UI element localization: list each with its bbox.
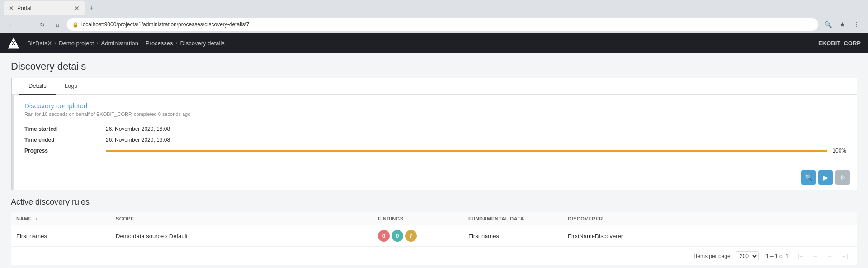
rules-table-container: NAME ↑ SCOPE FINDINGS FUNDAMENTAL DATA D… — [11, 212, 857, 265]
time-started-label: Time started — [24, 126, 106, 132]
table-row: First names Demo data source › Default 0… — [11, 225, 857, 247]
time-ended-value: 26. November 2020, 16:08 — [106, 137, 170, 143]
tabs-header: Details Logs — [12, 78, 857, 95]
tab-close-button[interactable]: ✕ — [74, 5, 80, 12]
tab-details[interactable]: Details — [19, 78, 56, 95]
search-page-button[interactable]: 🔍 — [822, 19, 834, 30]
breadcrumb-sep-4: › — [176, 40, 178, 46]
details-card: Details Logs Discovery completed Ran for… — [11, 78, 857, 190]
page-content: Discovery details Details Logs Discovery… — [0, 53, 868, 268]
pagination-first-button[interactable]: |← — [796, 251, 807, 262]
cell-discoverer: FirstNameDiscoverer — [562, 225, 857, 247]
pagination-prev-button[interactable]: ← — [810, 251, 821, 262]
breadcrumb-discovery-details: Discovery details — [180, 40, 225, 47]
cell-fundamental: First names — [463, 225, 562, 247]
rules-section-title: Active discovery rules — [11, 197, 90, 206]
browser-chrome: ✕ Portal ✕ + ← → ↻ ⌂ 🔒 localhost:9000/pr… — [0, 0, 868, 33]
col-header-findings[interactable]: FINDINGS — [373, 212, 463, 225]
reload-button[interactable]: ↻ — [36, 19, 48, 30]
badge-yellow: 7 — [405, 230, 417, 242]
discovery-status-sub: Ran for 10 seconds on behalf of EKOBIT_C… — [24, 111, 846, 117]
breadcrumb-sep-1: › — [54, 40, 56, 46]
rules-section-header: Active discovery rules — [11, 190, 857, 212]
badge-red: 0 — [378, 230, 390, 242]
col-header-discoverer[interactable]: DISCOVERER — [562, 212, 857, 225]
forward-button[interactable]: → — [21, 19, 33, 30]
breadcrumb-processes[interactable]: Processes — [146, 40, 173, 47]
time-ended-label: Time ended — [24, 137, 106, 143]
new-tab-button[interactable]: + — [85, 2, 98, 14]
browser-menu-button[interactable]: ⋮ — [851, 19, 863, 30]
play-button[interactable]: ▶ — [818, 170, 833, 185]
table-header: NAME ↑ SCOPE FINDINGS FUNDAMENTAL DATA D… — [11, 212, 857, 225]
col-header-fundamental[interactable]: FUNDAMENTAL DATA — [463, 212, 562, 225]
cell-findings: 0 0 7 — [373, 225, 463, 247]
tab-logs[interactable]: Logs — [56, 78, 86, 95]
breadcrumb-sep-2: › — [97, 40, 99, 46]
app-logo: X — [7, 37, 20, 49]
badge-teal: 0 — [392, 230, 403, 242]
pagination-bar: Items per page: 200 50 100 1 – 1 of 1 |←… — [11, 247, 857, 265]
discovery-status-title: Discovery completed — [24, 102, 846, 110]
bookmark-button[interactable]: ★ — [836, 19, 848, 30]
progress-bar-container — [106, 150, 827, 152]
address-bar-row: ← → ↻ ⌂ 🔒 localhost:9000/projects/1/admi… — [0, 16, 868, 33]
col-header-name[interactable]: NAME ↑ — [11, 212, 110, 225]
breadcrumb-administration[interactable]: Administration — [101, 40, 138, 47]
breadcrumb-sep-3: › — [141, 40, 143, 46]
address-actions: 🔍 ★ ⋮ — [822, 19, 863, 30]
search-button[interactable]: 🔍 — [801, 170, 816, 185]
tab-favicon: ✕ — [9, 5, 14, 11]
progress-label: Progress — [24, 148, 106, 154]
back-button[interactable]: ← — [5, 19, 17, 30]
logo-text: X — [12, 40, 15, 46]
pagination-last-button[interactable]: →| — [839, 251, 850, 262]
action-buttons: 🔍 ▶ ⚙ — [12, 165, 857, 190]
col-header-scope[interactable]: SCOPE — [110, 212, 373, 225]
breadcrumb: BizDataX › Demo project › Administration… — [27, 40, 818, 47]
items-per-page-label: Items per page: — [694, 253, 732, 259]
findings-badges: 0 0 7 — [378, 230, 458, 242]
progress-bar-fill — [106, 150, 827, 152]
progress-percent: 100% — [832, 148, 846, 154]
table-header-row: NAME ↑ SCOPE FINDINGS FUNDAMENTAL DATA D… — [11, 212, 857, 225]
items-per-page-select[interactable]: 200 50 100 — [736, 251, 759, 261]
details-panel: Discovery completed Ran for 10 seconds o… — [12, 95, 857, 165]
app-navbar: X BizDataX › Demo project › Administrati… — [0, 33, 868, 53]
settings-button[interactable]: ⚙ — [835, 170, 850, 185]
user-label: EKOBIT_CORP — [818, 40, 861, 47]
logo-icon: X — [7, 37, 20, 49]
cell-scope: Demo data source › Default — [110, 225, 373, 247]
rules-table: NAME ↑ SCOPE FINDINGS FUNDAMENTAL DATA D… — [11, 212, 857, 247]
time-started-value: 26. November 2020, 16:08 — [106, 126, 170, 132]
url-display: localhost:9000/projects/1/administration… — [81, 21, 250, 28]
table-body: First names Demo data source › Default 0… — [11, 225, 857, 247]
active-tab[interactable]: ✕ Portal ✕ — [4, 1, 85, 15]
breadcrumb-demo-project[interactable]: Demo project — [59, 40, 94, 47]
time-ended-row: Time ended 26. November 2020, 16:08 — [24, 137, 846, 143]
cell-name: First names — [11, 225, 110, 247]
pagination-next-button[interactable]: → — [825, 251, 835, 262]
pagination-count: 1 – 1 of 1 — [766, 253, 788, 259]
tab-title: Portal — [17, 5, 31, 11]
page-title: Discovery details — [11, 61, 857, 72]
sort-icon-name: ↑ — [35, 216, 38, 221]
time-started-row: Time started 26. November 2020, 16:08 — [24, 126, 846, 132]
progress-row: Progress 100% — [24, 148, 846, 154]
tab-bar: ✕ Portal ✕ + — [0, 0, 868, 16]
address-bar[interactable]: 🔒 localhost:9000/projects/1/administrati… — [67, 18, 818, 31]
lock-icon: 🔒 — [72, 22, 79, 28]
breadcrumb-bizdatax[interactable]: BizDataX — [27, 40, 52, 47]
home-button[interactable]: ⌂ — [52, 19, 63, 30]
